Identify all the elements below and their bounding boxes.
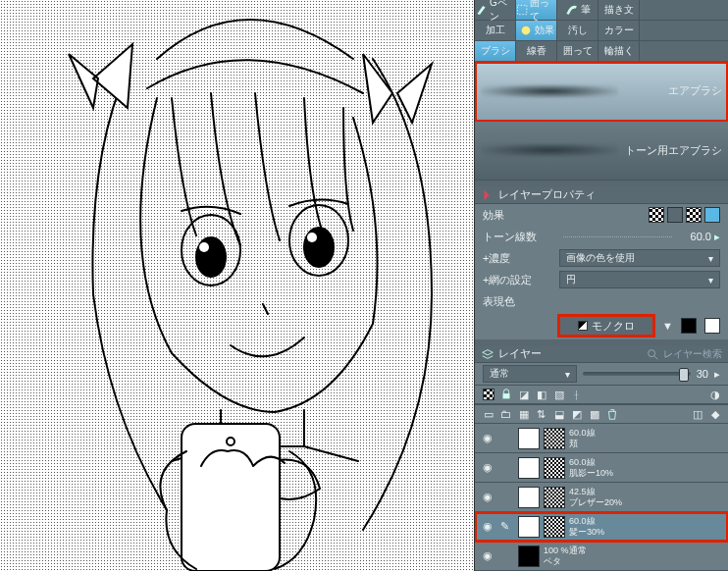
brush-airbrush[interactable]: エアブラシ — [475, 62, 728, 122]
tool-enclose[interactable]: 囲って — [516, 0, 557, 20]
layer-item[interactable]: ◉ 60.0線肌影ー10% — [475, 453, 728, 483]
visibility-icon[interactable]: ◉ — [479, 491, 496, 503]
layer-meta: 60.0線頬 — [569, 428, 596, 449]
visibility-icon[interactable]: ◉ — [479, 461, 496, 474]
mono-icon — [578, 321, 588, 331]
swatch-blue[interactable] — [704, 207, 720, 223]
svg-point-4 — [304, 228, 334, 267]
effect-label: 効果 — [483, 208, 559, 223]
tone-lines-value[interactable]: 60.0 — [676, 231, 711, 242]
visibility-icon[interactable]: ◉ — [479, 432, 496, 444]
tool-row-1: Gペン 囲って 筆 描き文 — [475, 0, 728, 21]
opacity-value[interactable]: 30 — [697, 368, 708, 380]
checker-icon[interactable] — [481, 388, 495, 402]
layer-mask-thumb — [544, 428, 565, 449]
density-label: +濃度 — [483, 251, 559, 266]
layer-thumb — [518, 457, 540, 479]
layer-thumb — [518, 516, 540, 538]
tool-outline[interactable]: 輪描く — [598, 41, 640, 61]
swatch-white[interactable] — [704, 318, 720, 334]
new-tone-icon[interactable]: ▦ — [516, 407, 531, 422]
tool-brush2[interactable]: ブラシ — [475, 41, 516, 61]
edit-pen-icon: ✎ — [500, 520, 514, 533]
swatch-black[interactable] — [681, 318, 697, 334]
blend-row: 通常▾ 30 ▸ — [475, 363, 728, 385]
blend-mode-dropdown[interactable]: 通常▾ — [483, 365, 577, 383]
apply-mask-icon[interactable]: ▩ — [587, 407, 601, 422]
svg-point-1 — [196, 237, 226, 277]
lock-icon[interactable] — [498, 388, 513, 402]
layer-thumb — [518, 428, 540, 449]
brush-tone-airbrush[interactable]: トーン用エアブラシ — [475, 122, 728, 182]
swatch-tone2[interactable] — [686, 207, 702, 223]
effect-swatches — [649, 207, 720, 223]
layer-mask-thumb — [544, 487, 565, 508]
new-folder-icon[interactable]: 🗀 — [498, 407, 513, 422]
chevron-down-icon: ▾ — [708, 275, 713, 286]
tool-enclose2[interactable]: 囲って — [557, 41, 598, 61]
layers-title: レイヤー — [498, 346, 542, 361]
tool-text[interactable]: 描き文 — [598, 0, 640, 20]
svg-point-5 — [307, 233, 317, 242]
tool-row-3: ブラシ 線香 囲って 輪描く — [475, 41, 728, 62]
tool-incense[interactable]: 線香 — [516, 41, 557, 61]
expand-icon — [481, 188, 494, 202]
layer-list: ◉ 60.0線頬 ◉ 60.0線肌影ー10% ◉ 42.5線ブ — [475, 424, 728, 571]
svg-point-10 — [649, 349, 655, 356]
net-row: +網の設定 円▾ — [475, 269, 728, 290]
visibility-icon[interactable]: ◉ — [479, 549, 496, 562]
tool-color[interactable]: カラー — [598, 21, 640, 40]
chevron-down-icon[interactable]: ▼ — [662, 320, 673, 332]
stepper-icon[interactable]: ▸ — [714, 231, 720, 243]
layer-thumb — [518, 487, 540, 508]
visibility-icon[interactable]: ◉ — [479, 520, 496, 533]
tool-effect[interactable]: 効果 — [516, 21, 557, 40]
layer-item[interactable]: ◉ 42.5線ブレザー20% — [475, 483, 728, 512]
tool-gpen[interactable]: Gペン — [475, 0, 516, 20]
tool-process[interactable]: 加工 — [475, 21, 516, 40]
net-dropdown[interactable]: 円▾ — [559, 271, 720, 288]
stepper-icon[interactable]: ▸ — [714, 368, 720, 381]
opacity-slider[interactable] — [583, 372, 691, 376]
clip-icon[interactable]: ◪ — [516, 388, 531, 402]
trash-icon[interactable] — [604, 407, 619, 422]
layer-item[interactable]: ◉ 60.0線頬 — [475, 424, 728, 453]
mono-row: モノクロ ▼ — [475, 312, 728, 339]
search-icon[interactable] — [646, 347, 659, 361]
merge-icon[interactable]: ⬓ — [551, 407, 566, 422]
mask2-icon[interactable]: ◩ — [569, 407, 584, 422]
ref-icon[interactable]: ◧ — [534, 388, 548, 402]
layers-header[interactable]: レイヤー レイヤー検索 — [475, 345, 728, 363]
transfer-icon[interactable]: ⇅ — [534, 407, 548, 422]
ruler-icon[interactable]: ⟊ — [569, 388, 584, 402]
tool-brush[interactable]: 筆 — [557, 0, 598, 20]
tone-lines-label: トーン線数 — [483, 230, 559, 244]
layer-thumb — [518, 545, 540, 567]
two-pane-icon[interactable]: ◫ — [690, 407, 704, 422]
swatch-gray[interactable] — [667, 207, 683, 223]
swatch-tone[interactable] — [649, 207, 664, 223]
new-layer-icon[interactable]: ▭ — [481, 407, 495, 422]
layer-options-bot: ▭ 🗀 ▦ ⇅ ⬓ ◩ ▩ ◫ ◆ — [475, 404, 728, 424]
color-chip-icon[interactable]: ◆ — [707, 407, 722, 422]
layers-section: レイヤー レイヤー検索 通常▾ 30 ▸ ◪ ◧ ▧ ⟊ ◑ ▭ 🗀 ▦ — [475, 345, 728, 571]
mono-label: モノクロ — [592, 319, 635, 334]
effect-row: 効果 — [475, 204, 728, 226]
svg-rect-11 — [502, 393, 509, 398]
layer-search-label[interactable]: レイヤー検索 — [663, 347, 722, 361]
layer-item[interactable]: ◉ 100 %通常ベタ — [475, 542, 728, 571]
canvas[interactable] — [0, 0, 475, 571]
layer-property-header[interactable]: レイヤープロパティ — [475, 186, 728, 204]
mask-icon[interactable]: ▧ — [551, 388, 566, 402]
brush-stroke-icon — [481, 84, 618, 98]
svg-rect-8 — [518, 5, 527, 14]
chevron-down-icon: ▾ — [565, 369, 570, 380]
tool-dirt[interactable]: 汚し — [557, 21, 598, 40]
monochrome-dropdown[interactable]: モノクロ — [558, 315, 654, 337]
density-dropdown[interactable]: 画像の色を使用▾ — [559, 249, 720, 267]
density-row: +濃度 画像の色を使用▾ — [475, 247, 728, 269]
color-row: 表現色 — [475, 290, 728, 312]
palette-icon[interactable]: ◑ — [707, 388, 722, 402]
svg-point-9 — [521, 26, 530, 35]
layer-item-selected[interactable]: ◉ ✎ 60.0線髪ー30% — [475, 512, 728, 542]
